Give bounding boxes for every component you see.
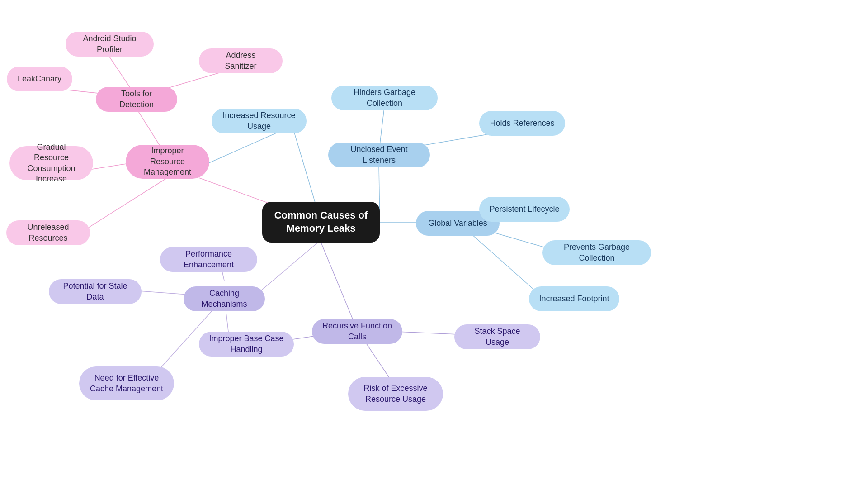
node-caching[interactable]: Caching Mechanisms — [184, 286, 265, 311]
node-leakcanary[interactable]: LeakCanary — [7, 67, 72, 91]
node-improper-resource[interactable]: Improper Resource Management — [126, 145, 209, 179]
node-android-studio[interactable]: Android Studio Profiler — [66, 32, 154, 57]
node-recursive[interactable]: Recursive Function Calls — [312, 319, 402, 344]
node-hinders-gc[interactable]: Hinders Garbage Collection — [331, 86, 438, 110]
node-increased-footprint[interactable]: Increased Footprint — [529, 286, 619, 311]
node-stack-space[interactable]: Stack Space Usage — [454, 324, 540, 349]
node-potential-stale[interactable]: Potential for Stale Data — [49, 279, 142, 304]
node-unreleased[interactable]: Unreleased Resources — [6, 220, 90, 245]
svg-line-2 — [321, 243, 357, 330]
node-increased-usage[interactable]: Increased Resource Usage — [212, 109, 307, 133]
node-risk-excessive[interactable]: Risk of Excessive Resource Usage — [348, 377, 443, 411]
node-need-cache[interactable]: Need for Effective Cache Management — [79, 366, 174, 400]
node-improper-base[interactable]: Improper Base Case Handling — [199, 332, 294, 357]
center-node[interactable]: Common Causes of Memory Leaks — [262, 202, 380, 243]
svg-line-12 — [199, 131, 280, 167]
node-performance[interactable]: Performance Enhancement — [160, 247, 257, 272]
node-gradual-resource[interactable]: Gradual Resource Consumption Increase — [9, 146, 93, 180]
node-address-sanitizer[interactable]: Address Sanitizer — [199, 48, 283, 73]
node-unclosed-event[interactable]: Unclosed Event Listeners — [328, 143, 430, 167]
mind-map-connections — [0, 0, 868, 490]
node-tools-detection[interactable]: Tools for Detection — [96, 87, 177, 112]
node-prevents-gc[interactable]: Prevents Garbage Collection — [542, 240, 651, 265]
node-holds-references[interactable]: Holds References — [479, 111, 565, 136]
node-persistent-lifecycle[interactable]: Persistent Lifecycle — [479, 197, 570, 222]
svg-line-1 — [253, 240, 321, 297]
